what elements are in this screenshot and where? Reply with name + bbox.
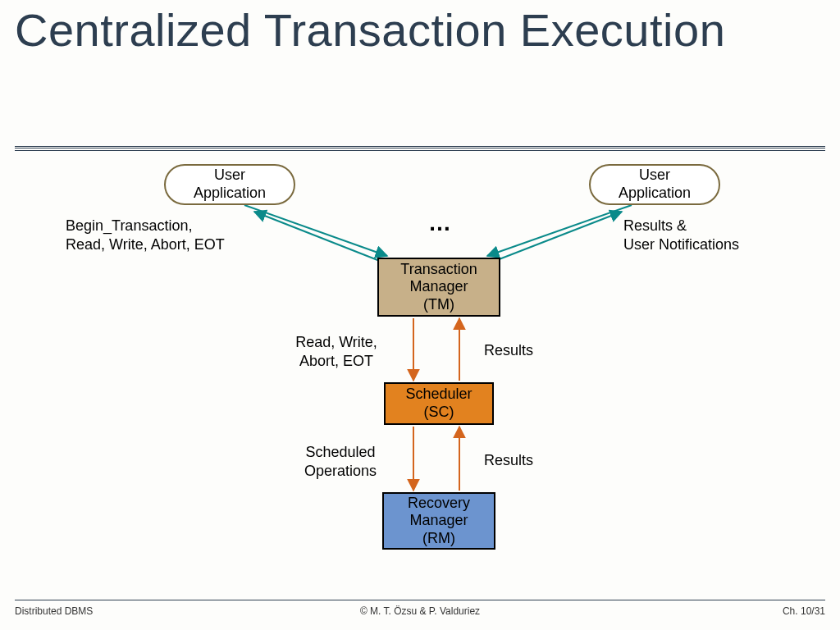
- node-recovery-manager: Recovery Manager (RM): [382, 492, 495, 550]
- diagram-area: User Application User Application … Begi…: [0, 151, 840, 594]
- slide-title: Centralized Transaction Execution: [0, 0, 840, 55]
- footer-rule: [15, 600, 825, 600]
- svg-line-2: [487, 205, 632, 256]
- svg-line-3: [482, 212, 622, 266]
- footer: Distributed DBMS © M. T. Özsu & P. Valdu…: [0, 605, 840, 622]
- label-scheduled-ops: Scheduled Operations: [279, 443, 402, 480]
- label-results-2: Results: [484, 451, 582, 470]
- svg-line-0: [244, 205, 387, 256]
- footer-center: © M. T. Özsu & P. Valduriez: [0, 605, 840, 617]
- slide-root: Centralized Transaction Execution: [0, 0, 840, 630]
- svg-line-1: [254, 212, 392, 266]
- label-read-write: Read, Write, Abort, EOT: [271, 333, 402, 370]
- node-user-app-right: User Application: [589, 164, 720, 205]
- footer-right: Ch. 10/31: [783, 605, 825, 617]
- node-transaction-manager: Transaction Manager (TM): [377, 258, 500, 317]
- node-user-app-left: User Application: [164, 164, 295, 205]
- label-results-notifications: Results & User Notifications: [623, 217, 804, 253]
- ellipsis-label: …: [428, 210, 451, 236]
- node-scheduler: Scheduler (SC): [384, 382, 494, 425]
- label-begin-transaction: Begin_Transaction, Read, Write, Abort, E…: [66, 217, 262, 253]
- label-results-1: Results: [484, 341, 582, 360]
